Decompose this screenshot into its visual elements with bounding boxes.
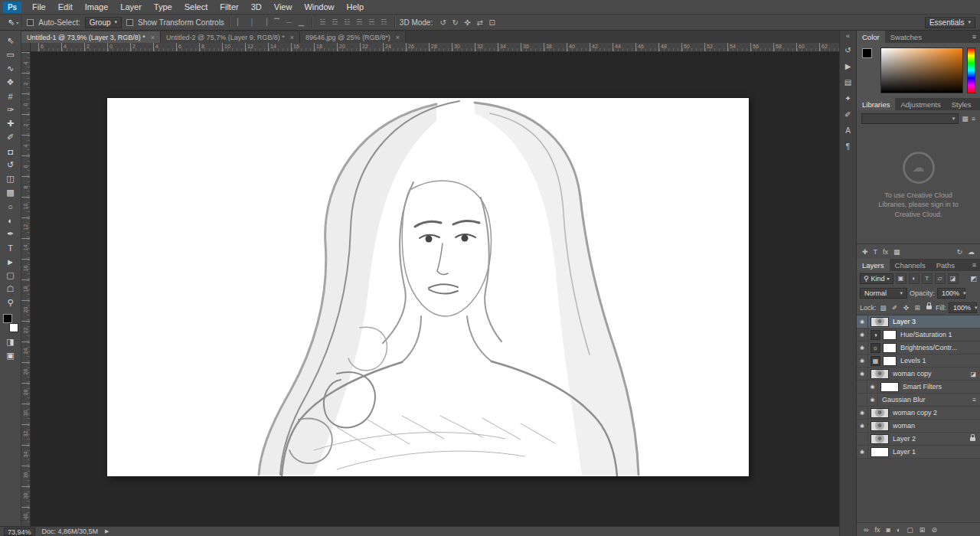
layer-name[interactable]: Layer 1 — [893, 448, 980, 456]
rectangle-tool[interactable]: ▢ — [2, 269, 20, 282]
3d-drag-icon[interactable]: ✜ — [462, 17, 473, 28]
properties-panel-icon[interactable]: ▤ — [841, 75, 855, 90]
canvas-area[interactable]: 6420246810121416182022242628303234363840… — [21, 43, 839, 526]
history-panel-icon[interactable]: ↺ — [841, 43, 855, 57]
add-color-icon[interactable]: ▦ — [893, 248, 900, 256]
layer-name[interactable]: Levels 1 — [900, 357, 980, 364]
tab-layers[interactable]: Layers — [857, 259, 890, 271]
align-bottom-edges-icon[interactable]: ▁ — [296, 17, 307, 28]
lock-all-icon[interactable] — [924, 302, 933, 312]
gradient-tool[interactable]: ▩ — [2, 186, 20, 199]
layer-thumbnail[interactable] — [871, 369, 889, 379]
filter-toggle-icon[interactable]: ◩ — [970, 275, 977, 283]
lock-position-icon[interactable]: ✜ — [901, 302, 910, 312]
tab-styles[interactable]: Styles — [946, 98, 977, 110]
spot-healing-brush-tool[interactable]: ✚ — [2, 117, 20, 130]
lock-artboards-icon[interactable]: ⊞ — [913, 302, 922, 312]
character-panel-icon[interactable]: A — [841, 123, 855, 138]
vertical-ruler[interactable]: 420246810121416182022242628303234363840 — [21, 52, 31, 526]
layer-row[interactable]: ◉ ▦ Levels 1 — [857, 355, 980, 368]
dodge-tool[interactable]: ◐ — [2, 214, 20, 227]
add-character-style-icon[interactable]: T — [874, 248, 878, 256]
screen-mode-icon[interactable]: ▣ — [2, 349, 20, 362]
brush-tool[interactable]: ✐ — [2, 131, 20, 144]
layer-name[interactable]: Layer 2 — [893, 435, 970, 443]
menu-select[interactable]: Select — [178, 0, 214, 14]
history-brush-tool[interactable]: ↺ — [2, 159, 20, 172]
3d-roll-icon[interactable]: ↻ — [449, 17, 461, 28]
add-layer-mask-icon[interactable]: ◙ — [886, 526, 890, 534]
background-color-swatch[interactable] — [9, 323, 18, 332]
layer-visibility-toggle[interactable]: ◉ — [857, 420, 868, 432]
layer-thumbnail[interactable] — [871, 317, 889, 327]
layer-row[interactable]: ◉ ☼ Brightness/Contr... — [857, 342, 980, 355]
layer-visibility-toggle[interactable]: ◉ — [857, 355, 868, 367]
crop-tool[interactable]: # — [2, 90, 20, 103]
panel-menu-icon[interactable]: ≡ — [969, 259, 980, 271]
close-tab-icon[interactable]: × — [396, 34, 400, 41]
menu-help[interactable]: Help — [341, 0, 371, 14]
layer-badge-icon[interactable]: ◪ — [970, 371, 976, 377]
color-swatches-widget[interactable] — [3, 314, 18, 332]
tab-channels[interactable]: Channels — [890, 259, 931, 271]
delete-layer-icon[interactable]: ⊘ — [931, 526, 937, 534]
menu-3d[interactable]: 3D — [245, 0, 268, 14]
brush-settings-panel-icon[interactable]: ✐ — [841, 107, 855, 122]
distribute-top-edges-icon[interactable]: ☱ — [317, 17, 328, 28]
blend-mode-dropdown[interactable]: Normal ▾ — [860, 288, 907, 299]
actions-panel-icon[interactable]: ▶ — [841, 59, 855, 74]
distribute-left-edges-icon[interactable]: ☴ — [354, 17, 365, 28]
move-tool[interactable]: ⇖ — [2, 34, 20, 47]
align-right-edges-icon[interactable]: ▕ — [259, 17, 270, 28]
ruler-origin-corner[interactable] — [21, 43, 31, 52]
layer-visibility-toggle[interactable] — [857, 433, 868, 445]
quick-selection-tool[interactable]: ❖ — [2, 76, 20, 89]
layer-row[interactable]: ◉ Layer 1 — [857, 446, 980, 459]
filter-adjustment-layers-icon[interactable]: ◐ — [909, 273, 920, 284]
menu-view[interactable]: View — [268, 0, 299, 14]
distribute-horizontal-centers-icon[interactable]: ☵ — [366, 17, 377, 28]
close-tab-icon[interactable]: × — [151, 34, 155, 41]
3d-rotate-icon[interactable]: ↺ — [437, 17, 449, 28]
layer-visibility-toggle[interactable]: ◉ — [857, 446, 868, 458]
status-arrow-icon[interactable]: ▶ — [105, 528, 109, 534]
distribute-right-edges-icon[interactable]: ☶ — [378, 17, 390, 28]
tab-paths[interactable]: Paths — [931, 259, 960, 271]
hue-slider[interactable] — [967, 47, 975, 93]
filter-kind-dropdown[interactable]: ⚲ Kind ▾ — [860, 273, 893, 284]
align-top-edges-icon[interactable]: ▔ — [271, 17, 283, 28]
cloud-icon[interactable]: ☁ — [968, 248, 975, 256]
filter-smart-objects-icon[interactable]: ◪ — [948, 273, 959, 284]
document-tab[interactable]: 89646.jpg @ 25% (RGB/8*) × — [300, 31, 406, 43]
hand-tool[interactable]: ☖ — [2, 283, 20, 296]
menu-type[interactable]: Type — [148, 0, 178, 14]
layer-visibility-toggle[interactable]: ◉ — [857, 342, 868, 354]
path-selection-tool[interactable]: ► — [2, 255, 20, 268]
zoom-tool[interactable]: ⚲ — [2, 296, 20, 309]
menu-image[interactable]: Image — [79, 0, 115, 14]
canvas-document[interactable] — [107, 98, 749, 476]
pen-tool[interactable]: ✒ — [2, 227, 20, 240]
new-group-icon[interactable]: ▢ — [906, 526, 913, 534]
document-tab[interactable]: Untitled-2 @ 75,7% (Layer 9, RGB/8) * × — [161, 31, 300, 43]
layer-name[interactable]: woman — [893, 422, 980, 430]
3d-slide-icon[interactable]: ⇄ — [474, 17, 485, 28]
workspace-switcher[interactable]: Essentials ▾ — [925, 17, 975, 28]
zoom-level-field[interactable]: 73,94% — [4, 528, 35, 536]
layer-name[interactable]: woman copy 2 — [893, 409, 980, 417]
list-view-icon[interactable]: ≡ — [972, 115, 975, 123]
panel-menu-icon[interactable]: ≡ — [969, 31, 980, 43]
menu-file[interactable]: File — [26, 0, 52, 14]
layer-row[interactable]: ◉ ◑ Hue/Saturation 1 — [857, 328, 980, 342]
fill-field[interactable]: 100% ▾ — [949, 302, 977, 313]
layer-name[interactable]: Gaussian Blur — [882, 396, 972, 404]
opacity-field[interactable]: 100% ▾ — [937, 288, 965, 299]
layer-name[interactable]: Brightness/Contr... — [900, 344, 980, 351]
info-panel-icon[interactable]: ✦ — [841, 91, 855, 106]
layer-visibility-toggle[interactable]: ◉ — [867, 381, 878, 393]
close-tab-icon[interactable]: × — [290, 34, 294, 41]
library-dropdown[interactable]: ▾ — [861, 113, 959, 124]
filter-type-layers-icon[interactable]: T — [922, 273, 933, 284]
layer-mask-thumbnail[interactable] — [883, 330, 897, 340]
layer-name[interactable]: Layer 3 — [893, 318, 980, 325]
